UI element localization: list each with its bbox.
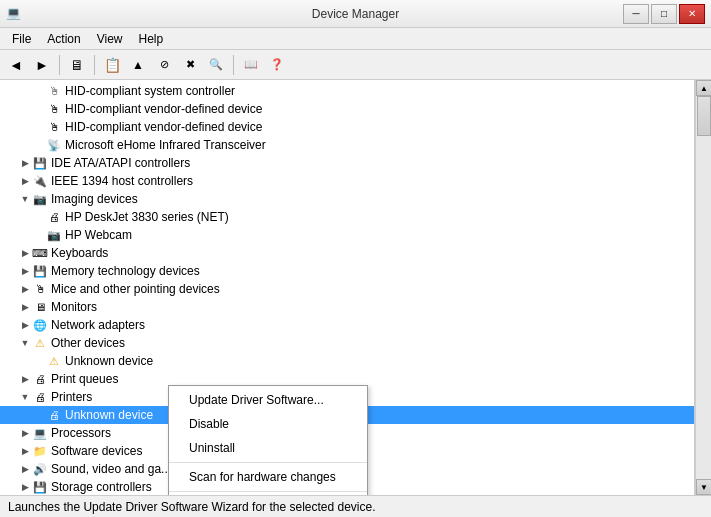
tree-item-label: Network adapters bbox=[51, 318, 145, 332]
tree-item-infrared[interactable]: 📡 Microsoft eHome Infrared Transceiver bbox=[0, 136, 694, 154]
toolbar-sep3 bbox=[233, 55, 234, 75]
toolbar-sep2 bbox=[94, 55, 95, 75]
tree-item-keyboards[interactable]: ▶ ⌨ Keyboards bbox=[0, 244, 694, 262]
expand-icon-ide: ▶ bbox=[18, 156, 32, 170]
tree-item-label: Storage controllers bbox=[51, 480, 152, 494]
scroll-track[interactable] bbox=[696, 96, 711, 479]
tree-item-network[interactable]: ▶ 🌐 Network adapters bbox=[0, 316, 694, 334]
device-icon: 🖨 bbox=[46, 209, 62, 225]
tree-item-hid2[interactable]: 🖱 HID-compliant vendor-defined device bbox=[0, 100, 694, 118]
tree-item-label: Printers bbox=[51, 390, 92, 404]
tree-item-memory[interactable]: ▶ 💾 Memory technology devices bbox=[0, 262, 694, 280]
maximize-button[interactable]: □ bbox=[651, 4, 677, 24]
tree-item-label: Print queues bbox=[51, 372, 118, 386]
tree-item-label: Mice and other pointing devices bbox=[51, 282, 220, 296]
tree-item-ide[interactable]: ▶ 💾 IDE ATA/ATAPI controllers bbox=[0, 154, 694, 172]
tree-item-imaging[interactable]: ▼ 📷 Imaging devices bbox=[0, 190, 694, 208]
scroll-down-button[interactable]: ▼ bbox=[696, 479, 711, 495]
status-bar: Launches the Update Driver Software Wiza… bbox=[0, 495, 711, 517]
menu-file[interactable]: File bbox=[4, 30, 39, 48]
toolbar-computer[interactable]: 🖥 bbox=[65, 53, 89, 77]
expand-icon-printers: ▼ bbox=[18, 390, 32, 404]
tree-item-hid1[interactable]: 🖱 HID-compliant system controller bbox=[0, 82, 694, 100]
context-menu-uninstall[interactable]: Uninstall bbox=[169, 436, 367, 460]
close-button[interactable]: ✕ bbox=[679, 4, 705, 24]
expand-icon-imaging: ▼ bbox=[18, 192, 32, 206]
tree-item-ieee[interactable]: ▶ 🔌 IEEE 1394 host controllers bbox=[0, 172, 694, 190]
tree-item-label: Other devices bbox=[51, 336, 125, 350]
tree-item-label: Memory technology devices bbox=[51, 264, 200, 278]
tree-item-label: Unknown device bbox=[65, 354, 153, 368]
tree-item-label: HP Webcam bbox=[65, 228, 132, 242]
tree-item-other[interactable]: ▼ ⚠ Other devices bbox=[0, 334, 694, 352]
tree-item-deskjet[interactable]: 🖨 HP DeskJet 3830 series (NET) bbox=[0, 208, 694, 226]
tree-item-webcam[interactable]: 📷 HP Webcam bbox=[0, 226, 694, 244]
scrollbar[interactable]: ▲ ▼ bbox=[695, 80, 711, 495]
menu-action[interactable]: Action bbox=[39, 30, 88, 48]
toolbar-sep1 bbox=[59, 55, 60, 75]
expand-icon-processors: ▶ bbox=[18, 426, 32, 440]
toolbar-forward[interactable]: ► bbox=[30, 53, 54, 77]
expand-placeholder bbox=[32, 408, 46, 422]
toolbar-help1[interactable]: 📖 bbox=[239, 53, 263, 77]
context-menu-sep2 bbox=[169, 491, 367, 492]
title-bar-buttons: ─ □ ✕ bbox=[623, 4, 705, 24]
toolbar-disable[interactable]: ⊘ bbox=[152, 53, 176, 77]
tree-item-label: HP DeskJet 3830 series (NET) bbox=[65, 210, 229, 224]
tree-item-hid3[interactable]: 🖱 HID-compliant vendor-defined device bbox=[0, 118, 694, 136]
device-icon: 🖨 bbox=[46, 407, 62, 423]
context-menu-update[interactable]: Update Driver Software... bbox=[169, 388, 367, 412]
title-bar-text: Device Manager bbox=[312, 7, 399, 21]
tree-item-monitors[interactable]: ▶ 🖥 Monitors bbox=[0, 298, 694, 316]
device-icon: 💻 bbox=[32, 425, 48, 441]
expand-icon-software: ▶ bbox=[18, 444, 32, 458]
tree-item-label: Imaging devices bbox=[51, 192, 138, 206]
device-icon: 🔊 bbox=[32, 461, 48, 477]
expand-icon-keyboards: ▶ bbox=[18, 246, 32, 260]
expand-icon-sound: ▶ bbox=[18, 462, 32, 476]
device-icon: 🖱 bbox=[46, 83, 62, 99]
toolbar: ◄ ► 🖥 📋 ▲ ⊘ ✖ 🔍 📖 ❓ bbox=[0, 50, 711, 80]
menu-bar: File Action View Help bbox=[0, 28, 711, 50]
context-menu-properties[interactable]: Properties bbox=[169, 494, 367, 495]
toolbar-back[interactable]: ◄ bbox=[4, 53, 28, 77]
tree-item-label: IEEE 1394 host controllers bbox=[51, 174, 193, 188]
context-menu-disable[interactable]: Disable bbox=[169, 412, 367, 436]
menu-view[interactable]: View bbox=[89, 30, 131, 48]
expand-placeholder bbox=[32, 120, 46, 134]
context-menu-sep1 bbox=[169, 462, 367, 463]
toolbar-uninstall[interactable]: ✖ bbox=[178, 53, 202, 77]
device-icon: 🌐 bbox=[32, 317, 48, 333]
expand-icon-ieee: ▶ bbox=[18, 174, 32, 188]
toolbar-properties[interactable]: 📋 bbox=[100, 53, 124, 77]
device-icon: 🖱 bbox=[46, 101, 62, 117]
expand-placeholder bbox=[32, 84, 46, 98]
tree-item-label: HID-compliant vendor-defined device bbox=[65, 120, 262, 134]
minimize-button[interactable]: ─ bbox=[623, 4, 649, 24]
tree-item-label: Sound, video and ga... bbox=[51, 462, 171, 476]
toolbar-scan[interactable]: 🔍 bbox=[204, 53, 228, 77]
tree-item-unknown-other[interactable]: ⚠ Unknown device bbox=[0, 352, 694, 370]
device-icon: ⚠ bbox=[32, 335, 48, 351]
device-icon: 📷 bbox=[46, 227, 62, 243]
tree-item-label: HID-compliant vendor-defined device bbox=[65, 102, 262, 116]
title-bar: 💻 Device Manager ─ □ ✕ bbox=[0, 0, 711, 28]
tree-item-label: HID-compliant system controller bbox=[65, 84, 235, 98]
toolbar-help2[interactable]: ❓ bbox=[265, 53, 289, 77]
device-icon: 🖱 bbox=[46, 119, 62, 135]
expand-placeholder bbox=[32, 354, 46, 368]
scroll-up-button[interactable]: ▲ bbox=[696, 80, 711, 96]
expand-icon-storage: ▶ bbox=[18, 480, 32, 494]
tree-item-label: Monitors bbox=[51, 300, 97, 314]
expand-icon-print-queues: ▶ bbox=[18, 372, 32, 386]
toolbar-update[interactable]: ▲ bbox=[126, 53, 150, 77]
tree-item-label: Keyboards bbox=[51, 246, 108, 260]
expand-icon-other: ▼ bbox=[18, 336, 32, 350]
expand-placeholder bbox=[32, 210, 46, 224]
tree-view[interactable]: 🖱 HID-compliant system controller 🖱 HID-… bbox=[0, 80, 695, 495]
context-menu-scan[interactable]: Scan for hardware changes bbox=[169, 465, 367, 489]
menu-help[interactable]: Help bbox=[131, 30, 172, 48]
device-icon: 📁 bbox=[32, 443, 48, 459]
scroll-thumb[interactable] bbox=[697, 96, 711, 136]
tree-item-mice[interactable]: ▶ 🖱 Mice and other pointing devices bbox=[0, 280, 694, 298]
